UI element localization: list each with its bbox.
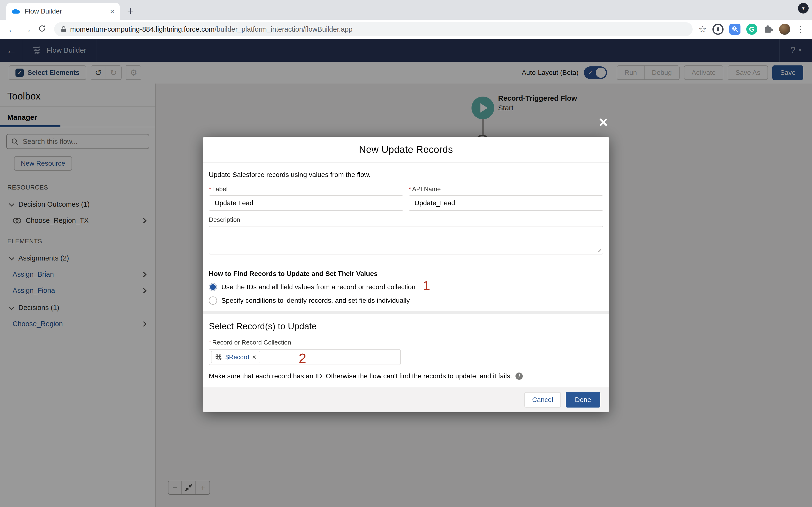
remove-pill-icon[interactable]: ×	[252, 353, 256, 361]
search-person-extension-icon[interactable]	[729, 24, 741, 35]
radio-specify-label[interactable]: Specify conditions to identify records, …	[221, 297, 410, 304]
warning-row: Make sure that each record has an ID. Ot…	[209, 372, 603, 387]
radio-use-ids-label[interactable]: Use the IDs and all field values from a …	[221, 283, 415, 291]
password-manager-extension-icon[interactable]	[712, 24, 723, 35]
url-path: /builder_platform_interaction/flowBuilde…	[215, 25, 353, 33]
browser-tab[interactable]: Flow Builder ×	[6, 3, 120, 20]
tab-close-icon[interactable]: ×	[110, 7, 114, 15]
done-button[interactable]: Done	[566, 392, 600, 407]
radio-specify-conditions-row[interactable]: Specify conditions to identify records, …	[209, 296, 603, 305]
browser-back-button[interactable]: ←	[6, 24, 18, 34]
label-field-label: *Label	[209, 185, 403, 193]
description-field-label: Description	[209, 216, 603, 224]
record-collection-label: *Record or Record Collection	[209, 339, 603, 346]
description-field-textarea[interactable]	[209, 226, 603, 255]
api-name-field-label: *API Name	[409, 185, 603, 193]
modal-intro-text: Update Salesforce records using values f…	[209, 171, 603, 179]
sobject-variable-icon	[215, 353, 222, 361]
bookmark-star-icon[interactable]: ☆	[698, 24, 707, 34]
browser-reload-button[interactable]	[36, 24, 48, 34]
browser-extension-area: ☆ G ⋮	[698, 24, 806, 35]
cancel-button[interactable]: Cancel	[524, 392, 561, 407]
record-pill-label: $Record	[225, 353, 249, 361]
salesforce-cloud-favicon	[12, 8, 20, 14]
new-tab-button[interactable]: +	[127, 5, 134, 16]
modal-header: New Update Records	[203, 137, 609, 163]
required-marker: *	[409, 185, 411, 193]
info-icon[interactable]: i	[515, 373, 523, 380]
magnifier-person-icon	[731, 25, 739, 33]
label-field-input[interactable]	[209, 195, 403, 211]
grammarly-extension-icon[interactable]: G	[746, 24, 757, 35]
section-divider	[203, 263, 609, 263]
record-variable-pill[interactable]: $Record ×	[211, 351, 260, 363]
select-records-heading: Select Record(s) to Update	[209, 321, 603, 332]
url-text: momentum-computing-884.lightning.force.c…	[70, 25, 353, 33]
modal-footer: Cancel Done	[203, 387, 609, 412]
section-divider-band	[203, 311, 609, 314]
modal-close-icon[interactable]: ×	[599, 114, 608, 130]
browser-url-row: ← → momentum-computing-884.lightning.for…	[0, 20, 812, 39]
api-name-field-input[interactable]	[409, 195, 603, 211]
browser-forward-button[interactable]: →	[21, 24, 33, 34]
warning-text: Make sure that each record has an ID. Ot…	[209, 372, 512, 380]
required-marker: *	[209, 185, 211, 193]
browser-tab-strip: Flow Builder × + ▾	[0, 0, 812, 20]
reload-icon	[38, 24, 46, 33]
browser-avatar[interactable]	[779, 24, 790, 35]
lock-icon	[61, 26, 66, 33]
browser-menu-icon[interactable]: ⋮	[796, 25, 805, 34]
extensions-puzzle-icon[interactable]	[763, 24, 773, 35]
how-to-find-heading: How to Find Records to Update and Set Th…	[209, 270, 603, 278]
radio-use-ids-row[interactable]: Use the IDs and all field values from a …	[209, 283, 603, 291]
address-bar[interactable]: momentum-computing-884.lightning.force.c…	[54, 22, 693, 36]
radio-unselected-icon[interactable]	[209, 296, 217, 305]
required-marker: *	[209, 339, 211, 346]
resize-grip-icon[interactable]	[597, 249, 601, 252]
modal-title: New Update Records	[359, 144, 453, 155]
new-update-records-modal: New Update Records Update Salesforce rec…	[203, 137, 609, 412]
tab-title: Flow Builder	[24, 7, 105, 15]
record-collection-combobox[interactable]: $Record × 2	[209, 349, 401, 365]
modal-body: Update Salesforce records using values f…	[203, 163, 609, 387]
puzzle-icon	[763, 24, 773, 34]
radio-selected-icon[interactable]	[209, 283, 217, 291]
browser-profile-chip[interactable]: ▾	[798, 3, 809, 13]
url-domain: momentum-computing-884.lightning.force.c…	[70, 25, 215, 33]
